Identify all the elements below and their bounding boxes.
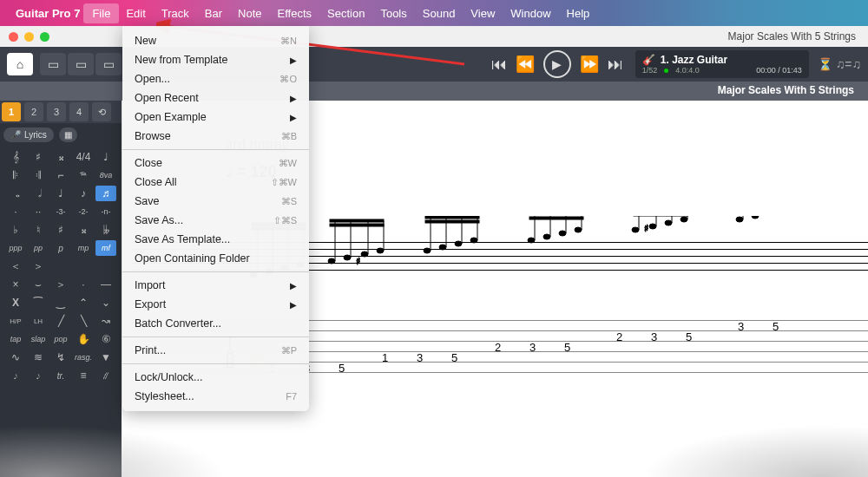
palette-fret-icon[interactable]: ⑥ [95,331,116,347]
palette-tuplet-icon[interactable]: -3- [50,204,71,219]
menu-edit[interactable]: Edit [126,7,145,20]
palette-accent-icon[interactable]: ＞ [50,277,71,292]
menu-bar[interactable]: Bar [205,7,222,20]
palette-down-icon[interactable]: ⌄ [95,295,116,310]
tab-2[interactable]: 2 [24,102,43,121]
palette-tie2-icon[interactable]: ‿ [50,295,71,310]
palette-bend-icon[interactable]: ↝ [95,313,116,329]
menu-help[interactable]: Help [567,7,590,20]
palette-tenuto-icon[interactable]: — [95,277,116,292]
panel-button-2[interactable]: ▭ [68,53,94,75]
menu-item-open-containing-folder[interactable]: Open Containing Folder [122,249,309,268]
menu-item-stylesheet[interactable]: Stylesheet...F7 [122,387,309,406]
palette-p-icon[interactable]: p [50,240,71,256]
palette-quarter-icon[interactable]: ♩ [50,186,71,201]
palette-half-icon[interactable]: 𝅗𝅥 [28,186,49,201]
palette-roll-icon[interactable]: ⫽ [95,368,116,383]
palette-rasg-icon[interactable]: rasg. [73,350,94,365]
palette-cresc-icon[interactable]: ＜ [5,258,26,274]
tab-4[interactable]: 4 [69,102,89,121]
menu-item-browse[interactable]: Browse⌘B [122,127,309,146]
menu-sound[interactable]: Sound [423,7,456,20]
menu-item-open-example[interactable]: Open Example▶ [122,108,309,127]
palette-slur-icon[interactable]: ⁀ [28,295,49,310]
play-button[interactable]: ▶ [543,50,571,78]
palette-trem-icon[interactable]: ≋ [28,350,49,365]
skip-start-icon[interactable]: ⏮ [491,56,507,74]
maximize-icon[interactable] [40,32,49,42]
palette-natural-icon[interactable]: ♮ [28,222,49,238]
palette-x-icon[interactable]: X [5,295,26,310]
palette-clef-icon[interactable]: 𝄞 [5,149,26,165]
home-button[interactable]: ⌂ [7,53,33,75]
palette-staccato-icon[interactable]: · [73,277,94,292]
skip-end-icon[interactable]: ⏭ [608,56,623,74]
palette-dot-icon[interactable]: · [5,204,26,219]
palette-sharp-icon[interactable]: ♯ [28,149,49,165]
palette-slap-icon[interactable]: slap [28,331,49,347]
tuner-icon[interactable]: ♫=♫ [836,57,861,71]
palette-timesig-icon[interactable]: 4/4 [73,149,94,165]
palette-mf-icon[interactable]: mf [95,240,116,256]
palette-dead-icon[interactable]: × [5,277,26,292]
palette-repeat-end-icon[interactable]: 𝄇 [28,167,49,183]
palette-pop-icon[interactable]: pop [50,331,71,347]
menu-item-new[interactable]: New⌘N [122,31,309,50]
palette-vib-icon[interactable]: ∿ [5,350,26,365]
menu-item-import[interactable]: Import▶ [122,276,309,295]
menu-item-open-recent[interactable]: Open Recent▶ [122,88,309,108]
palette-sharp2-icon[interactable]: ♯ [50,222,71,238]
palette-lh-icon[interactable]: LH [28,313,49,329]
menu-item-close[interactable]: Close⌘W [122,154,309,173]
tab-3[interactable]: 3 [47,102,66,121]
palette-pedal-icon[interactable]: 𝆮 [73,167,94,183]
menu-item-new-from-template[interactable]: New from Template▶ [122,50,309,69]
palette-tie-icon[interactable]: ⌣ [28,277,49,292]
menu-section[interactable]: Section [327,7,365,20]
forward-icon[interactable]: ⏩ [580,55,599,74]
palette-tuplet2-icon[interactable]: -2- [73,204,94,219]
menu-note[interactable]: Note [238,7,261,20]
metronome-icon[interactable]: ⏳ [818,57,832,71]
palette-ppp-icon[interactable]: ppp [5,240,26,256]
tab-back[interactable]: ⟲ [92,102,111,121]
menu-effects[interactable]: Effects [278,7,312,20]
palette-up-icon[interactable]: ⌃ [73,295,94,310]
palette-whole-icon[interactable]: 𝅝 [5,186,26,201]
design-button[interactable]: ▦ [59,127,77,142]
palette-ending-icon[interactable]: ⌐ [50,167,71,183]
palette-eighth-icon[interactable]: ♪ [73,186,94,201]
palette-hammer-icon[interactable]: H/P [5,313,26,329]
palette-grace-icon[interactable]: 𝆕 [5,368,26,383]
palette-key-icon[interactable]: ♩ [95,149,116,165]
palette-tr-icon[interactable]: tr. [50,368,71,383]
palette-slide2-icon[interactable]: ╲ [73,313,94,329]
menu-item-export[interactable]: Export▶ [122,295,309,314]
traffic-lights[interactable] [9,32,49,42]
menu-item-save[interactable]: Save⌘S [122,192,309,211]
palette-repeat-start-icon[interactable]: 𝄆 [5,167,26,183]
rewind-icon[interactable]: ⏪ [516,55,535,74]
palette-doublesharp-icon[interactable]: 𝄪 [50,149,71,165]
palette-trem2-icon[interactable]: ≡ [73,368,94,383]
palette-decresc-icon[interactable]: ＞ [28,258,49,274]
palette-arp-icon[interactable]: ↯ [50,350,71,365]
menu-item-lock-unlock[interactable]: Lock/Unlock... [122,368,309,387]
menu-item-save-as-template[interactable]: Save As Template... [122,230,309,249]
menu-item-open[interactable]: Open...⌘O [122,69,309,88]
panel-button-3[interactable]: ▭ [95,53,122,75]
menu-view[interactable]: View [470,7,495,20]
track-info-panel[interactable]: 🎸 1. Jazz Guitar 1/52 4.0:4.0 00:00 / 01… [635,50,809,78]
palette-mp-icon[interactable]: mp [73,240,94,256]
palette-doubleflat-icon[interactable]: 𝄫 [95,222,116,238]
palette-strum-icon[interactable]: ▼ [95,350,116,365]
palette-sixteenth-icon[interactable]: ♬ [95,186,116,201]
lyrics-button[interactable]: 🎤 Lyrics [3,127,54,142]
menu-tools[interactable]: Tools [380,7,406,20]
palette-8va-icon[interactable]: 8va [95,167,116,183]
minimize-icon[interactable] [24,32,34,42]
palette-tuplet-n-icon[interactable]: -n- [95,204,116,219]
menu-item-print[interactable]: Print...⌘P [122,341,309,360]
menu-file[interactable]: File [83,3,119,23]
palette-flat-icon[interactable]: ♭ [5,222,26,238]
